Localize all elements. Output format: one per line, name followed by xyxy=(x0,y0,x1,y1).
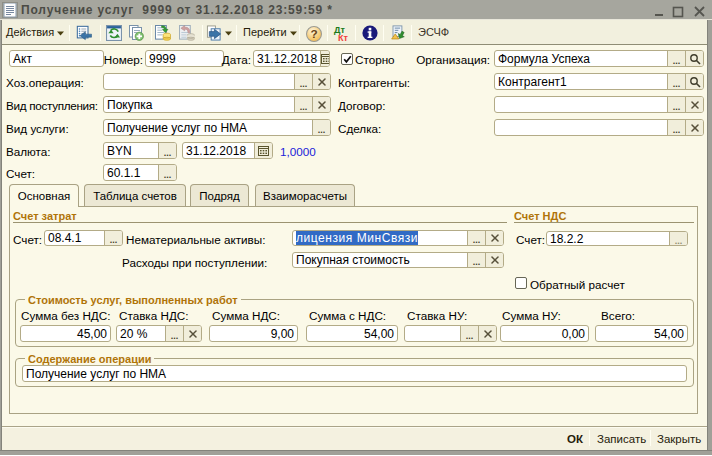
svg-text:?: ? xyxy=(310,27,317,40)
